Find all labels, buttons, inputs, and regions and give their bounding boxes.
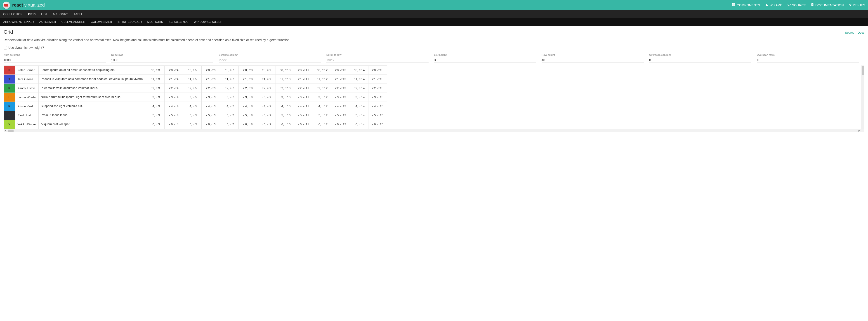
grid-cell: r:2, c:15	[368, 84, 387, 93]
grid-cell: r:0, c:12	[313, 66, 331, 75]
top-nav-components[interactable]: COMPONENTS	[732, 3, 760, 7]
grid-cell: r:1, c:11	[294, 75, 313, 84]
hscroll-arrow-left-icon[interactable]: ◀	[4, 129, 6, 132]
grid-cell: r:5, c:3	[146, 111, 164, 120]
hscroll-arrow-right-icon[interactable]: ▶	[859, 129, 860, 132]
grid-cell: r:1, c:10	[276, 75, 294, 84]
nav-secondary-multigrid[interactable]: MULTIGRID	[147, 18, 163, 26]
grid-cell: r:1, c:14	[350, 75, 368, 84]
heading-links: Source | Docs	[845, 31, 864, 34]
grid-cell: r:6, c:13	[331, 120, 350, 129]
grid-cell: r:6, c:3	[146, 120, 164, 129]
nav-secondary-windowscroller[interactable]: WINDOWSCROLLER	[194, 18, 222, 26]
grid-cell: r:2, c:8	[239, 84, 257, 93]
grid-cell: r:5, c:9	[257, 111, 276, 120]
brand-light: virtualized	[24, 2, 45, 8]
list-height-input[interactable]	[434, 58, 536, 63]
nav-primary-grid[interactable]: GRID	[28, 10, 36, 18]
nav-secondary-cellmeasurer[interactable]: CELLMEASURER	[61, 18, 86, 26]
grid-cell: r:1, c:4	[164, 75, 183, 84]
row-letter-badge: Y	[4, 120, 15, 129]
params-row: Num columnsNum rowsScroll to columnScrol…	[4, 54, 864, 63]
grid-cell: r:2, c:11	[294, 84, 313, 93]
grid-cell: r:5, c:12	[313, 111, 331, 120]
svg-rect-12	[812, 4, 813, 5]
scroll-to-row-input[interactable]	[327, 58, 429, 63]
logo-badge	[3, 2, 10, 9]
grid-cell: r:6, c:12	[313, 120, 331, 129]
source-link[interactable]: Source	[845, 31, 855, 34]
grid-row: TTera GaonaPhasellus vulputate odio comm…	[4, 75, 387, 84]
grid-cell: r:5, c:11	[294, 111, 313, 120]
scroll-to-column-input[interactable]	[219, 58, 321, 63]
grid-cell: r:1, c:5	[183, 75, 202, 84]
grid-cell: r:3, c:14	[350, 93, 368, 102]
row-description: Phasellus vulputate odio commodo tortor …	[38, 75, 146, 84]
row-description: Aliquam erat volutpat.	[38, 120, 146, 129]
row-name: Raul Host	[15, 111, 39, 120]
nav-secondary-columnsizer[interactable]: COLUMNSIZER	[91, 18, 112, 26]
param-label: Num rows	[111, 54, 213, 56]
grid-cell: r:2, c:9	[257, 84, 276, 93]
overscan-rows-input[interactable]	[757, 58, 859, 63]
dynamic-row-height-option[interactable]: Use dynamic row height?	[4, 46, 864, 49]
brand: react virtualized	[12, 2, 45, 8]
row-letter-badge: T	[4, 75, 15, 84]
grid-cell: r:6, c:7	[220, 120, 239, 129]
dynamic-row-height-checkbox[interactable]	[4, 46, 7, 49]
horizontal-scrollbar-thumb[interactable]	[8, 130, 13, 132]
param-num-columns: Num columns	[4, 54, 111, 63]
param-label: Scroll to column	[219, 54, 321, 56]
grid-cell: r:2, c:12	[313, 84, 331, 93]
vertical-scrollbar-thumb[interactable]	[862, 66, 864, 75]
grid-cell: r:0, c:10	[276, 66, 294, 75]
nav-primary-collection[interactable]: COLLECTION	[3, 10, 23, 18]
top-nav-wizard[interactable]: WIZARD	[765, 3, 782, 7]
nav-primary-list[interactable]: LIST	[41, 10, 48, 18]
svg-marker-9	[765, 4, 768, 6]
nav-secondary-scrollsync[interactable]: SCROLLSYNC	[168, 18, 188, 26]
grid-cell: r:6, c:8	[239, 120, 257, 129]
row-name: Lonna Wrede	[15, 93, 39, 102]
docs-link[interactable]: Docs	[858, 31, 864, 34]
grid-cell: r:0, c:7	[220, 66, 239, 75]
grid-viewport[interactable]: PPeter BrimerLorem ipsum dolor sit amet,…	[4, 66, 864, 129]
nav-primary-masonry[interactable]: MASONRY	[53, 10, 68, 18]
top-nav-documentation[interactable]: DOCUMENTATION	[811, 3, 844, 7]
nav-primary-table[interactable]: TABLE	[74, 10, 83, 18]
top-nav-source[interactable]: SOURCE	[787, 3, 806, 7]
vertical-scrollbar[interactable]	[861, 66, 864, 129]
grid-cell: r:4, c:13	[331, 102, 350, 111]
top-header: react virtualized COMPONENTSWIZARDSOURCE…	[0, 0, 868, 10]
top-nav-issues[interactable]: ISSUES	[849, 3, 865, 7]
svg-rect-2	[735, 3, 735, 4]
top-nav-label: ISSUES	[853, 3, 865, 7]
nav-primary: COLLECTIONGRIDLISTMASONRYTABLE	[0, 10, 868, 18]
grid-wrap: PPeter BrimerLorem ipsum dolor sit amet,…	[4, 66, 864, 132]
grid-cell: r:6, c:15	[368, 120, 387, 129]
horizontal-scrollbar[interactable]: ◀ ▶	[4, 129, 864, 132]
grid-cell: r:0, c:13	[331, 66, 350, 75]
grid-cell: r:3, c:7	[220, 93, 239, 102]
grid-cell: r:4, c:11	[294, 102, 313, 111]
grid-cell: r:1, c:9	[257, 75, 276, 84]
row-name: Peter Brimer	[15, 66, 39, 75]
grid-cell: r:2, c:3	[146, 84, 164, 93]
num-columns-input[interactable]	[4, 58, 106, 63]
nav-secondary-infiniteloader[interactable]: INFINITELOADER	[118, 18, 142, 26]
overscan-columns-input[interactable]	[649, 58, 751, 63]
row-height-input[interactable]	[541, 58, 644, 63]
num-rows-input[interactable]	[111, 58, 213, 63]
grid-cell: r:3, c:9	[257, 93, 276, 102]
svg-rect-8	[735, 5, 735, 6]
nav-secondary-autosizer[interactable]: AUTOSIZER	[39, 18, 56, 26]
top-nav-label: COMPONENTS	[737, 3, 760, 7]
row-description: Suspendisse eget vehicula elit.	[38, 102, 146, 111]
nav-secondary-arrowkeystepper[interactable]: ARROWKEYSTEPPER	[3, 18, 34, 26]
heading-row: Grid Source | Docs	[4, 29, 864, 35]
row-name: Yukiko Binger	[15, 120, 39, 129]
grid-cell: r:0, c:3	[146, 66, 164, 75]
svg-rect-1	[734, 3, 735, 4]
grid-cell: r:4, c:12	[313, 102, 331, 111]
grid-cell: r:0, c:8	[239, 66, 257, 75]
